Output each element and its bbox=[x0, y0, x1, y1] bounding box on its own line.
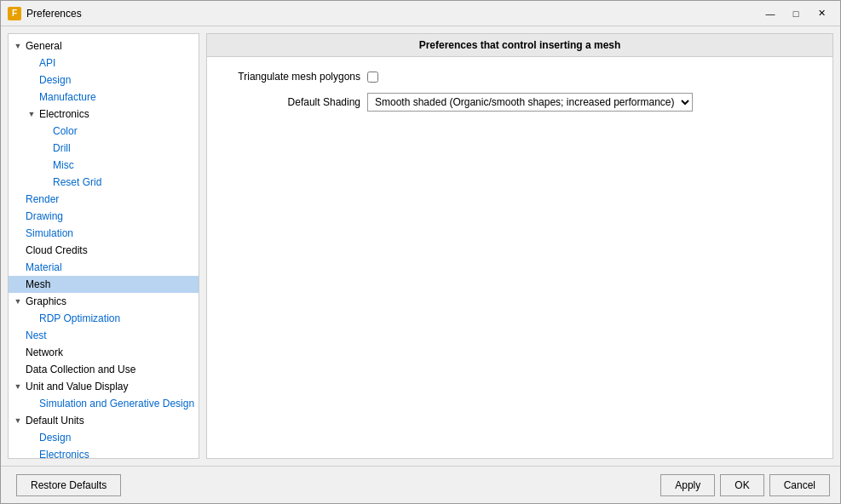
collapse-icon: ▼ bbox=[12, 381, 24, 392]
triangulate-row: Triangulate mesh polygons bbox=[224, 71, 815, 83]
tree-indent bbox=[12, 227, 24, 239]
sidebar-item-network[interactable]: Network bbox=[9, 344, 199, 361]
sidebar-item-rdp-optimization[interactable]: RDP Optimization bbox=[9, 310, 199, 327]
tree-indent bbox=[12, 364, 24, 375]
sidebar-label-material: Material bbox=[26, 261, 62, 273]
sidebar-label-drill: Drill bbox=[53, 142, 71, 154]
sidebar-label-api: API bbox=[39, 57, 55, 69]
sidebar-label-simulation: Simulation bbox=[26, 227, 73, 239]
sidebar-item-graphics[interactable]: ▼Graphics bbox=[9, 293, 199, 310]
triangulate-label: Triangulate mesh polygons bbox=[224, 71, 360, 83]
default-shading-select[interactable]: Smooth shaded (Organic/smooth shapes; in… bbox=[367, 93, 693, 112]
sidebar-label-manufacture: Manufacture bbox=[39, 91, 96, 103]
sidebar-label-drawing: Drawing bbox=[26, 210, 63, 222]
sidebar-label-graphics: Graphics bbox=[26, 295, 66, 307]
sidebar-item-electronics[interactable]: ▼Electronics bbox=[9, 106, 199, 123]
app-icon: F bbox=[8, 7, 21, 20]
sidebar-item-general[interactable]: ▼General bbox=[9, 37, 199, 54]
restore-defaults-button[interactable]: Restore Defaults bbox=[16, 474, 121, 496]
apply-button[interactable]: Apply bbox=[660, 474, 715, 496]
sidebar-item-sim-gen-design-1[interactable]: Simulation and Generative Design bbox=[9, 395, 199, 412]
sidebar-label-unit-value-display: Unit and Value Display bbox=[26, 381, 129, 392]
default-shading-label: Default Shading bbox=[224, 96, 360, 108]
sidebar-label-data-collection: Data Collection and Use bbox=[26, 364, 135, 375]
tree-indent bbox=[12, 210, 24, 222]
sidebar-item-design2[interactable]: Design bbox=[9, 429, 199, 446]
sidebar-label-general: General bbox=[26, 40, 62, 52]
triangulate-checkbox[interactable] bbox=[367, 72, 378, 83]
sidebar-label-mesh: Mesh bbox=[26, 278, 50, 290]
sidebar-label-design: Design bbox=[39, 74, 71, 86]
panel-content: Triangulate mesh polygons Default Shadin… bbox=[207, 57, 832, 458]
sidebar-item-drill[interactable]: Drill bbox=[9, 140, 199, 157]
sidebar-label-electronics: Electronics bbox=[39, 108, 89, 120]
sidebar-label-nest: Nest bbox=[26, 329, 47, 341]
collapse-icon: ▼ bbox=[12, 415, 24, 427]
tree-indent bbox=[39, 159, 51, 171]
sidebar-label-reset-grid: Reset Grid bbox=[53, 176, 101, 188]
main-panel: Preferences that control inserting a mes… bbox=[206, 33, 833, 459]
panel-header: Preferences that control inserting a mes… bbox=[207, 34, 832, 57]
default-shading-row: Default Shading Smooth shaded (Organic/s… bbox=[224, 93, 815, 112]
sidebar-label-network: Network bbox=[26, 346, 63, 358]
collapse-icon: ▼ bbox=[26, 108, 37, 120]
sidebar-item-render[interactable]: Render bbox=[9, 191, 199, 208]
tree-indent bbox=[12, 346, 24, 358]
sidebar-item-api[interactable]: API bbox=[9, 54, 199, 72]
sidebar-item-misc[interactable]: Misc bbox=[9, 157, 199, 174]
tree-indent bbox=[26, 449, 37, 459]
ok-button[interactable]: OK bbox=[720, 474, 763, 496]
sidebar-label-color: Color bbox=[53, 125, 78, 137]
sidebar-item-material[interactable]: Material bbox=[9, 259, 199, 276]
sidebar-item-reset-grid[interactable]: Reset Grid bbox=[9, 174, 199, 191]
sidebar-label-misc: Misc bbox=[53, 159, 74, 171]
sidebar-label-sim-gen-design-1: Simulation and Generative Design bbox=[39, 398, 194, 410]
tree-indent bbox=[26, 432, 37, 444]
sidebar-label-render: Render bbox=[26, 193, 59, 205]
tree-indent bbox=[26, 74, 37, 86]
tree-indent bbox=[39, 176, 51, 188]
sidebar-item-manufacture[interactable]: Manufacture bbox=[9, 89, 199, 106]
minimize-button[interactable]: — bbox=[758, 5, 782, 22]
window-title: Preferences bbox=[26, 8, 758, 20]
sidebar-item-design[interactable]: Design bbox=[9, 72, 199, 89]
window-controls: — □ ✕ bbox=[758, 5, 833, 22]
sidebar-item-unit-value-display[interactable]: ▼Unit and Value Display bbox=[9, 378, 199, 395]
sidebar-item-nest[interactable]: Nest bbox=[9, 327, 199, 344]
sidebar-item-cloud-credits[interactable]: Cloud Credits bbox=[9, 242, 199, 259]
collapse-icon: ▼ bbox=[12, 295, 24, 307]
sidebar-item-data-collection[interactable]: Data Collection and Use bbox=[9, 361, 199, 378]
sidebar-item-color[interactable]: Color bbox=[9, 123, 199, 140]
sidebar-label-cloud-credits: Cloud Credits bbox=[26, 244, 88, 256]
tree-indent bbox=[26, 312, 37, 324]
sidebar-item-mesh[interactable]: Mesh bbox=[9, 276, 199, 293]
sidebar-label-electronics2: Electronics bbox=[39, 449, 89, 459]
sidebar-item-simulation[interactable]: Simulation bbox=[9, 225, 199, 242]
footer: Restore Defaults Apply OK Cancel bbox=[1, 466, 840, 503]
tree-indent bbox=[12, 329, 24, 341]
sidebar-label-design2: Design bbox=[39, 432, 71, 444]
tree-indent bbox=[26, 91, 37, 103]
sidebar-label-rdp-optimization: RDP Optimization bbox=[39, 312, 120, 324]
title-bar: F Preferences — □ ✕ bbox=[1, 1, 840, 26]
sidebar-item-electronics2[interactable]: Electronics bbox=[9, 446, 199, 459]
collapse-icon: ▼ bbox=[12, 40, 24, 52]
content-area: ▼GeneralAPIDesignManufacture▼Electronics… bbox=[1, 26, 840, 466]
sidebar: ▼GeneralAPIDesignManufacture▼Electronics… bbox=[8, 33, 199, 459]
sidebar-label-default-units: Default Units bbox=[26, 415, 84, 427]
sidebar-item-default-units[interactable]: ▼Default Units bbox=[9, 412, 199, 429]
maximize-button[interactable]: □ bbox=[784, 5, 808, 22]
tree-indent bbox=[39, 142, 51, 154]
tree-indent bbox=[26, 57, 37, 69]
tree-indent bbox=[26, 398, 37, 410]
tree-indent bbox=[12, 278, 24, 290]
sidebar-item-drawing[interactable]: Drawing bbox=[9, 208, 199, 225]
tree-indent bbox=[39, 125, 51, 137]
cancel-button[interactable]: Cancel bbox=[769, 474, 830, 496]
tree-indent bbox=[12, 261, 24, 273]
close-button[interactable]: ✕ bbox=[809, 5, 833, 22]
tree-indent bbox=[12, 244, 24, 256]
preferences-window: F Preferences — □ ✕ ▼GeneralAPIDesignMan… bbox=[0, 0, 841, 504]
tree-indent bbox=[12, 193, 24, 205]
